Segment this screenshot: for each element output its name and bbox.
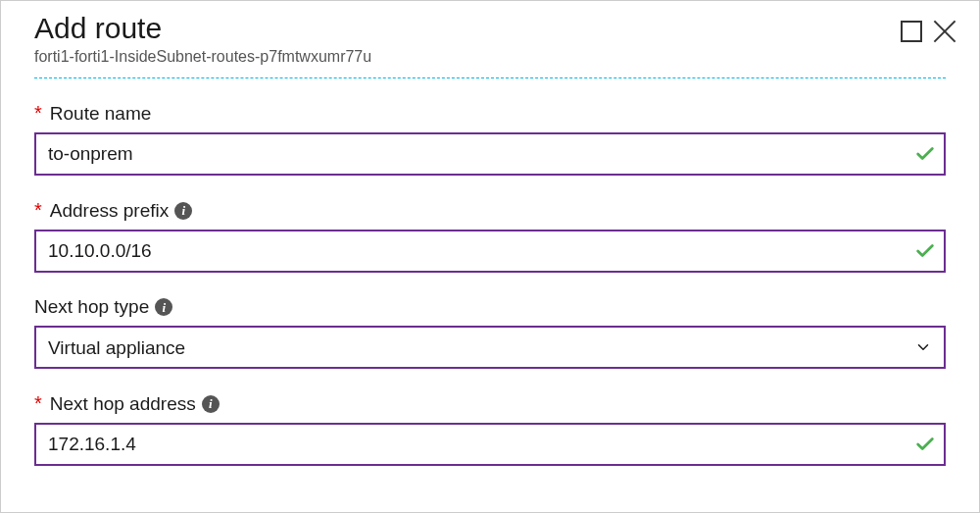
label-text: Next hop address	[50, 393, 196, 415]
info-icon[interactable]: i	[174, 202, 192, 220]
address-prefix-label: * Address prefix i	[34, 199, 946, 222]
label-text: Next hop type	[34, 296, 149, 318]
label-text: Address prefix	[50, 200, 169, 222]
required-star: *	[34, 392, 42, 415]
page-title: Add route	[34, 11, 946, 46]
next-hop-address-group: * Next hop address i	[34, 392, 946, 466]
address-prefix-input-wrapper	[34, 230, 946, 273]
label-text: Route name	[50, 103, 152, 125]
next-hop-type-select-wrapper: Virtual appliance	[34, 326, 946, 369]
route-name-input-wrapper	[34, 132, 946, 176]
page-subtitle: forti1-forti1-InsideSubnet-routes-p7fmtw…	[34, 48, 946, 66]
next-hop-type-select[interactable]: Virtual appliance	[34, 326, 946, 369]
header-actions	[901, 19, 957, 44]
close-icon[interactable]	[932, 19, 957, 44]
address-prefix-group: * Address prefix i	[34, 199, 946, 273]
next-hop-address-input[interactable]	[34, 423, 946, 466]
divider	[34, 77, 946, 78]
pin-icon[interactable]	[901, 21, 922, 42]
required-star: *	[34, 199, 42, 222]
next-hop-type-label: Next hop type i	[34, 296, 946, 318]
next-hop-type-group: Next hop type i Virtual appliance	[34, 296, 946, 369]
route-name-label: * Route name	[34, 102, 946, 125]
next-hop-address-label: * Next hop address i	[34, 392, 946, 415]
route-name-group: * Route name	[34, 102, 946, 176]
address-prefix-input[interactable]	[34, 230, 946, 273]
info-icon[interactable]: i	[202, 395, 220, 413]
required-star: *	[34, 102, 42, 125]
route-name-input[interactable]	[34, 132, 946, 176]
info-icon[interactable]: i	[155, 298, 172, 316]
next-hop-address-input-wrapper	[34, 423, 946, 466]
blade-header: Add route forti1-forti1-InsideSubnet-rou…	[34, 11, 946, 77]
